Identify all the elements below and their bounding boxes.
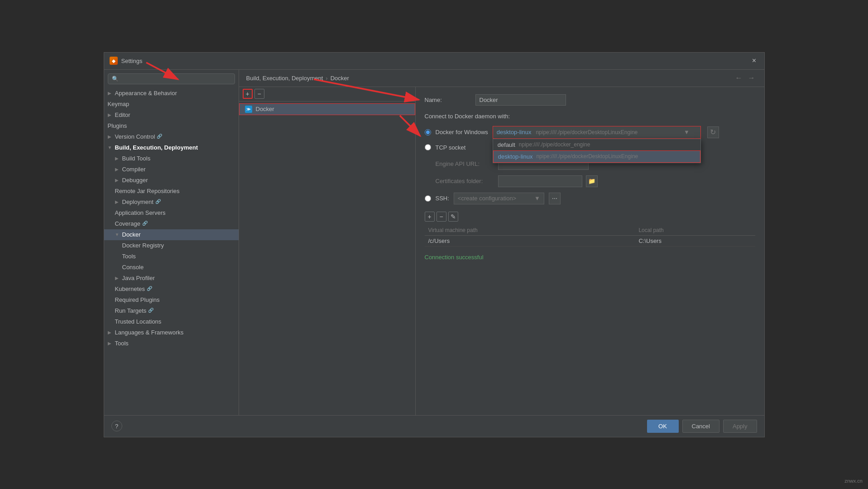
sidebar-item-languages[interactable]: ▶ Languages & Frameworks — [104, 327, 239, 338]
dialog-footer: ? OK Cancel Apply — [104, 415, 764, 437]
docker-windows-container: Docker for Windows desktop-linux npipe:/… — [425, 126, 755, 139]
sidebar-item-label: Run Targets — [115, 307, 147, 314]
browse-folder-button[interactable]: 📁 — [586, 175, 598, 187]
dropdown-selected-name: desktop-linux — [497, 129, 532, 136]
sidebar-item-debugger[interactable]: ▶ Debugger — [104, 175, 239, 186]
option-name: desktop-linux — [498, 153, 533, 160]
sidebar-item-label: Trusted Locations — [115, 318, 162, 325]
tcp-socket-radio[interactable] — [425, 144, 431, 150]
sidebar-item-remote-jar[interactable]: Remote Jar Repositories — [104, 186, 239, 197]
breadcrumb-part1: Build, Execution, Deployment — [246, 75, 323, 82]
sidebar-item-trusted-locations[interactable]: Trusted Locations — [104, 316, 239, 327]
sidebar-item-label: Languages & Frameworks — [115, 329, 184, 336]
docker-windows-row: Docker for Windows desktop-linux npipe:/… — [425, 126, 755, 139]
cert-folder-row: Certificates folder: 📁 — [425, 175, 755, 187]
docker-dropdown-container: desktop-linux npipe:////./pipe/dockerDes… — [493, 126, 701, 139]
caret-icon: ▶ — [115, 167, 120, 172]
docker-windows-radio[interactable] — [425, 129, 431, 136]
sidebar-item-deployment[interactable]: ▶ Deployment 🔗 — [104, 197, 239, 208]
sidebar-item-label: Docker Registry — [122, 242, 164, 249]
sidebar-item-label: Debugger — [122, 177, 148, 184]
caret-icon: ▶ — [115, 156, 120, 161]
ssh-dropdown[interactable]: <create configuration> ▼ — [454, 193, 544, 204]
sidebar-item-app-servers[interactable]: Application Servers — [104, 208, 239, 218]
sidebar-item-build-tools[interactable]: ▶ Build Tools — [104, 153, 239, 164]
name-label: Name: — [425, 97, 470, 103]
docker-list-toolbar: + − — [239, 87, 415, 102]
sidebar-item-keymap[interactable]: Keymap — [104, 99, 239, 110]
sidebar-item-tools-top[interactable]: ▶ Tools — [104, 338, 239, 349]
edit-path-button[interactable]: ✎ — [448, 212, 458, 222]
connection-status: Connection successful — [425, 254, 755, 261]
sidebar-item-version-control[interactable]: ▶ Version Control 🔗 — [104, 131, 239, 142]
sidebar-item-label: Editor — [115, 111, 130, 118]
docker-list-item[interactable]: ≫ Docker — [239, 103, 415, 115]
sidebar-item-label: Docker — [122, 231, 141, 238]
col-local-header: Local path — [635, 225, 755, 236]
sidebar-item-label: Version Control — [115, 133, 155, 140]
apply-button[interactable]: Apply — [723, 420, 757, 433]
ssh-placeholder: <create configuration> — [458, 195, 516, 202]
name-input[interactable] — [475, 94, 566, 106]
radio-group: Docker for Windows desktop-linux npipe:/… — [425, 126, 755, 151]
search-icon: 🔍 — [112, 76, 119, 82]
dropdown-option-desktop-linux[interactable]: desktop-linux npipe:////./pipe/dockerDes… — [493, 150, 700, 163]
docker-windows-label: Docker for Windows — [436, 129, 488, 136]
caret-icon: ▶ — [108, 134, 113, 140]
caret-icon: ▼ — [115, 232, 120, 237]
caret-icon: ▶ — [108, 330, 113, 335]
add-path-button[interactable]: + — [425, 212, 435, 222]
connect-section-title: Connect to Docker daemon with: — [425, 113, 755, 120]
sidebar-item-editor[interactable]: ▶ Editor — [104, 110, 239, 121]
search-box[interactable]: 🔍 — [108, 73, 235, 84]
docker-dropdown[interactable]: desktop-linux npipe:////./pipe/dockerDes… — [493, 126, 701, 139]
sidebar-item-label: Coverage — [115, 220, 140, 227]
caret-icon: ▼ — [108, 145, 113, 150]
titlebar-left: ◆ Settings — [110, 57, 143, 65]
dialog-body: 🔍 ▶ Appearance & Behavior Keymap ▶ Edito… — [104, 70, 764, 415]
help-button[interactable]: ? — [111, 421, 122, 431]
ssh-more-button[interactable]: ⋯ — [549, 193, 561, 204]
close-button[interactable]: × — [750, 56, 759, 65]
cert-folder-label: Certificates folder: — [436, 178, 494, 184]
forward-button[interactable]: → — [746, 73, 757, 83]
breadcrumb-part2: Docker — [331, 75, 349, 82]
add-docker-button[interactable]: + — [243, 89, 253, 99]
sidebar-item-appearance[interactable]: ▶ Appearance & Behavior — [104, 88, 239, 99]
cancel-button[interactable]: Cancel — [682, 420, 719, 433]
sidebar-item-label: Java Profiler — [122, 275, 155, 281]
caret-icon: ▶ — [115, 199, 120, 205]
sidebar-item-console[interactable]: Console — [104, 262, 239, 273]
sidebar-item-compiler[interactable]: ▶ Compiler — [104, 164, 239, 175]
refresh-button[interactable]: ↻ — [707, 126, 719, 138]
external-link-icon: 🔗 — [157, 134, 163, 140]
search-input[interactable] — [121, 76, 231, 82]
option-name: default — [498, 141, 515, 148]
ok-button[interactable]: OK — [647, 420, 679, 433]
remove-docker-button[interactable]: − — [254, 89, 264, 99]
cert-folder-input[interactable] — [498, 175, 582, 187]
sidebar-item-run-targets[interactable]: Run Targets 🔗 — [104, 305, 239, 316]
path-table: Virtual machine path Local path /c/Users… — [425, 225, 755, 247]
sidebar-item-required-plugins[interactable]: Required Plugins — [104, 295, 239, 305]
footer-right: OK Cancel Apply — [647, 420, 757, 433]
sidebar-item-plugins[interactable]: Plugins — [104, 121, 239, 131]
ssh-radio[interactable] — [425, 195, 431, 202]
sidebar-item-label: Application Servers — [115, 209, 166, 216]
sidebar-item-docker[interactable]: ▼ Docker — [104, 229, 239, 240]
sidebar-item-label: Plugins — [108, 122, 127, 129]
external-link-icon: 🔗 — [155, 199, 162, 205]
option-path: npipe:////./pipe/dockerDesktopLinuxEngin… — [536, 153, 638, 160]
breadcrumb-separator: › — [326, 75, 327, 82]
sidebar-item-kubernetes[interactable]: Kubernetes 🔗 — [104, 284, 239, 295]
sidebar-item-java-profiler[interactable]: ▶ Java Profiler — [104, 273, 239, 284]
sidebar-item-build-exec-deploy[interactable]: ▼ Build, Execution, Deployment — [104, 142, 239, 153]
back-button[interactable]: ← — [734, 73, 744, 83]
sidebar-item-tools[interactable]: Tools — [104, 251, 239, 262]
dropdown-option-default[interactable]: default npipe:////./pipe/docker_engine — [493, 139, 700, 150]
sidebar-item-label: Deployment — [122, 199, 153, 205]
vm-path-cell: /c/Users — [425, 235, 635, 246]
remove-path-button[interactable]: − — [436, 212, 446, 222]
sidebar-item-docker-registry[interactable]: Docker Registry — [104, 240, 239, 251]
sidebar-item-coverage[interactable]: Coverage 🔗 — [104, 218, 239, 229]
